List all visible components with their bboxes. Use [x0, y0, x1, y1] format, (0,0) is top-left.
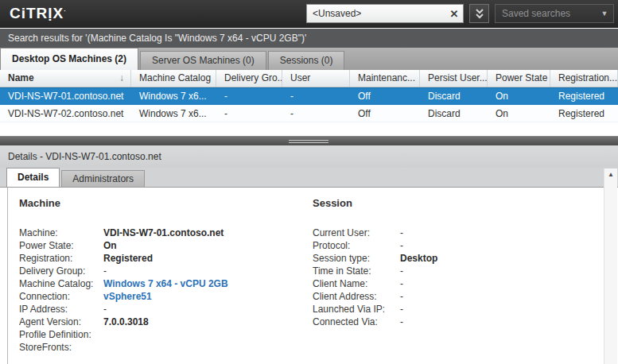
- search-results-text: Search results for '(Machine Catalog Is …: [0, 33, 306, 44]
- table-header-row: Name↓ Machine Catalog Delivery Gro... Us…: [0, 70, 618, 87]
- expand-search-button[interactable]: [469, 4, 489, 23]
- cell-persist-user: Discard: [420, 88, 488, 105]
- citrix-logo: CiTRỊX·: [10, 5, 67, 22]
- tab-sessions[interactable]: Sessions (0): [268, 51, 345, 70]
- search-input[interactable]: <Unsaved> ✕: [306, 4, 464, 23]
- details-scrollbar[interactable]: ▲: [604, 168, 617, 364]
- double-chevron-down-icon: [475, 8, 484, 19]
- cell-user: -: [282, 88, 350, 105]
- column-header-user[interactable]: User: [282, 70, 350, 87]
- dropdown-caret-icon: ▼: [596, 10, 613, 17]
- detail-row-session-type: Session type:Desktop: [313, 252, 575, 265]
- machine-section: Machine Machine:VDI-NS-W7-01.contoso.net…: [19, 197, 297, 354]
- cell-machine-catalog: Windows 7 x6...: [131, 105, 216, 122]
- cell-maintenance: Off: [350, 88, 420, 105]
- detail-row-power-state: Power State:On: [19, 239, 297, 252]
- cell-user: -: [282, 105, 350, 122]
- cell-maintenance: Off: [350, 105, 420, 122]
- table-row[interactable]: VDI-NS-W7-01.contoso.net Windows 7 x6...…: [0, 87, 618, 105]
- detail-row-current-user: Current User:-: [313, 227, 575, 239]
- detail-row-ip-address: IP Address:-: [19, 303, 297, 316]
- detail-row-connection: Connection:vSphere51: [19, 290, 297, 303]
- detail-row-agent-version: Agent Version:7.0.0.3018: [19, 316, 297, 328]
- search-results-bar: Search results for '(Machine Catalog Is …: [0, 29, 618, 48]
- cell-name: VDI-NS-W7-01.contoso.net: [0, 88, 131, 105]
- details-content: Machine Machine:VDI-NS-W7-01.contoso.net…: [0, 187, 618, 364]
- sort-descending-icon: ↓: [119, 70, 124, 87]
- cell-delivery-group: -: [216, 105, 282, 122]
- details-panel-header: Details - VDI-NS-W7-01.contoso.net: [0, 145, 618, 168]
- cell-machine-catalog: Windows 7 x6...: [131, 88, 216, 105]
- machine-catalog-link[interactable]: Windows 7 x64 - vCPU 2GB: [103, 277, 228, 290]
- saved-searches-label: Saved searches: [496, 8, 596, 19]
- session-section-title: Session: [313, 197, 575, 209]
- machines-table: Name↓ Machine Catalog Delivery Gro... Us…: [0, 70, 618, 136]
- details-panel-title: Details - VDI-NS-W7-01.contoso.net: [0, 151, 161, 162]
- detail-row-profile-definition: Profile Definition:: [19, 328, 297, 341]
- scrollbar-up-icon[interactable]: ▲: [604, 168, 617, 178]
- citrix-studio-window: CiTRỊX· <Unsaved> ✕ Saved searches ▼ Sea…: [0, 0, 618, 364]
- search-input-value: <Unsaved>: [307, 8, 445, 19]
- saved-searches-dropdown[interactable]: Saved searches ▼: [495, 4, 614, 23]
- column-header-name[interactable]: Name↓: [0, 70, 131, 87]
- tab-server-os-machines[interactable]: Server OS Machines (0): [140, 51, 266, 70]
- machine-section-title: Machine: [19, 197, 297, 209]
- column-header-machine-catalog[interactable]: Machine Catalog: [131, 70, 216, 87]
- cell-name: VDI-NS-W7-02.contoso.net: [0, 105, 131, 122]
- search-clear-icon[interactable]: ✕: [445, 8, 463, 20]
- detail-row-storefronts: StoreFronts:: [19, 341, 297, 354]
- detail-row-client-address: Client Address:-: [313, 290, 575, 303]
- detail-row-connected-via: Connected Via:-: [313, 316, 575, 328]
- cell-power-state: On: [488, 105, 550, 122]
- column-header-power-state[interactable]: Power State: [488, 70, 550, 87]
- detail-row-time-in-state: Time in State:-: [313, 265, 575, 277]
- splitter-grip-icon: [289, 140, 328, 143]
- detail-row-delivery-group: Delivery Group:-: [19, 265, 297, 277]
- column-header-delivery-group[interactable]: Delivery Gro...: [216, 70, 282, 87]
- details-tabs: Details Administrators: [0, 168, 618, 187]
- tab-desktop-os-machines[interactable]: Desktop OS Machines (2): [0, 48, 138, 70]
- machine-tabs: Desktop OS Machines (2) Server OS Machin…: [0, 48, 618, 70]
- detail-row-machine: Machine:VDI-NS-W7-01.contoso.net: [19, 227, 297, 239]
- detail-row-client-name: Client Name:-: [313, 277, 575, 290]
- cell-registration: Registered: [550, 105, 618, 122]
- connection-link[interactable]: vSphere51: [103, 290, 152, 303]
- cell-persist-user: Discard: [420, 105, 488, 122]
- detail-row-launched-via-ip: Launched Via IP:-: [313, 303, 575, 316]
- panel-splitter[interactable]: [0, 136, 618, 145]
- top-bar: CiTRỊX· <Unsaved> ✕ Saved searches ▼: [0, 0, 618, 28]
- cell-delivery-group: -: [216, 88, 282, 105]
- session-section: Session Current User:- Protocol:- Sessio…: [313, 197, 575, 328]
- tab-details[interactable]: Details: [6, 168, 60, 187]
- cell-registration: Registered: [550, 88, 618, 105]
- detail-row-protocol: Protocol:-: [313, 239, 575, 252]
- cell-power-state: On: [488, 88, 550, 105]
- detail-row-machine-catalog: Machine Catalog:Windows 7 x64 - vCPU 2GB: [19, 277, 297, 290]
- content-left-border: [7, 188, 8, 364]
- table-row[interactable]: VDI-NS-W7-02.contoso.net Windows 7 x6...…: [0, 105, 618, 122]
- column-header-persist-user[interactable]: Persist User...: [420, 70, 488, 87]
- column-header-registration[interactable]: Registration...: [550, 70, 618, 87]
- column-header-maintenance[interactable]: Maintenanc...: [350, 70, 420, 87]
- detail-row-registration: Registration:Registered: [19, 252, 297, 265]
- tab-administrators[interactable]: Administrators: [61, 170, 145, 187]
